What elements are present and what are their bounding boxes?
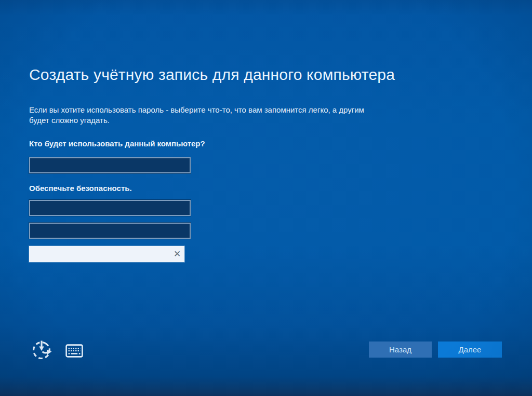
ease-of-access-icon[interactable] xyxy=(30,337,54,361)
username-label: Кто будет использовать данный компьютер? xyxy=(29,139,205,148)
next-button[interactable]: Далее xyxy=(438,342,502,358)
password-input[interactable] xyxy=(29,200,191,216)
oobe-create-account-screen: Создать учётную запись для данного компь… xyxy=(0,0,532,396)
page-subtitle: Если вы хотите использовать пароль - выб… xyxy=(29,105,372,126)
password-hint-field: ✕ xyxy=(29,246,184,262)
clear-icon[interactable]: ✕ xyxy=(170,247,184,262)
page-title: Создать учётную запись для данного компь… xyxy=(29,66,395,84)
username-input[interactable] xyxy=(29,157,191,173)
keyboard-icon[interactable] xyxy=(65,341,83,358)
footer-icon-group xyxy=(30,337,83,361)
confirm-password-input[interactable] xyxy=(29,223,191,239)
back-button[interactable]: Назад xyxy=(369,342,432,358)
security-label: Обеспечьте безопасность. xyxy=(29,184,132,193)
password-hint-input[interactable] xyxy=(30,247,170,262)
